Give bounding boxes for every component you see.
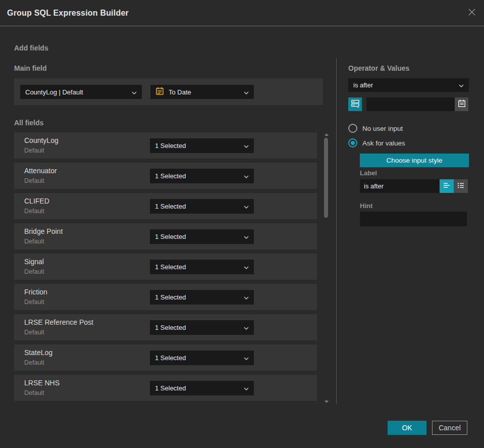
list-input-style-button[interactable] [454,179,468,193]
field-name: CLIFED [24,197,49,205]
hint-input[interactable] [360,212,467,226]
field-name: Bridge Point [24,227,63,235]
main-field-select[interactable]: CountyLog | Default [20,85,142,99]
radio-ask-for-values-label: Ask for values [362,139,405,147]
fields-scrollbar[interactable] [324,132,330,404]
radio-no-user-input-label: No user input [362,125,403,132]
field-row: Bridge Point Default 1 Selected [14,223,317,250]
chevron-down-icon [244,293,249,301]
field-values-select[interactable]: 1 Selected [150,169,254,183]
field-subtitle: Default [24,238,44,245]
group-sql-expression-builder-dialog: Group SQL Expression Builder Add fields … [0,0,484,448]
cancel-button[interactable]: Cancel [432,421,467,435]
field-select-value: 1 Selected [155,172,186,180]
field-select-value: 1 Selected [155,354,186,362]
field-select-value: 1 Selected [155,263,186,271]
radio-ask-for-values[interactable]: Ask for values [348,138,405,147]
unique-values-icon [351,99,360,110]
field-name: LRSE NHS [24,379,60,387]
scroll-up-arrow-icon[interactable] [325,133,329,136]
operator-values-heading: Operator & Values [348,64,409,72]
field-select-value: 1 Selected [155,142,186,150]
main-field-panel: CountyLog | Default To Date [14,78,323,105]
main-field-heading: Main field [14,64,47,72]
align-left-icon [443,181,451,191]
date-picker-button[interactable] [455,97,468,111]
field-subtitle: Default [24,268,44,275]
date-part-select-value: To Date [169,88,191,96]
field-subtitle: Default [24,177,44,184]
field-row: CLIFED Default 1 Selected [14,193,317,219]
field-select-value: 1 Selected [155,384,186,392]
field-name: Signal [24,258,44,266]
field-values-select[interactable]: 1 Selected [150,320,254,335]
field-select-value: 1 Selected [155,324,186,331]
main-field-select-value: CountyLog | Default [25,88,83,96]
field-subtitle: Default [24,359,44,366]
field-values-select[interactable]: 1 Selected [150,199,254,214]
field-values-select[interactable]: 1 Selected [150,351,254,365]
label-field-label: Label [360,169,377,177]
field-select-value: 1 Selected [155,233,186,240]
chevron-down-icon [244,384,249,392]
calendar-icon [458,99,466,110]
chevron-down-icon [244,263,249,271]
field-values-select[interactable]: 1 Selected [150,290,254,305]
field-subtitle: Default [24,208,44,215]
field-name: LRSE Reference Post [24,318,93,326]
all-fields-list: CountyLog Default 1 Selected Attenuator … [14,132,317,405]
radio-no-user-input[interactable]: No user input [348,124,403,133]
calendar-icon [155,87,164,97]
operator-select-value: is after [353,81,373,89]
all-fields-heading: All fields [14,119,43,127]
radio-circle-selected-icon [348,138,357,147]
date-part-select[interactable]: To Date [150,85,254,99]
single-line-input-style-button[interactable] [440,179,454,193]
value-input[interactable] [366,97,455,111]
field-values-select[interactable]: 1 Selected [150,381,254,395]
field-values-select[interactable]: 1 Selected [150,138,254,153]
field-select-value: 1 Selected [155,293,186,301]
chevron-down-icon [244,203,249,210]
hint-field-label: Hint [360,202,372,210]
chevron-down-icon [244,142,249,150]
bulleted-list-icon [457,181,465,191]
field-row: CountyLog Default 1 Selected [14,132,317,159]
field-values-select[interactable]: 1 Selected [150,260,254,274]
field-row: LRSE Reference Post Default 1 Selected [14,314,317,340]
field-subtitle: Default [24,298,44,306]
radio-circle-icon [348,124,357,133]
field-values-select[interactable]: 1 Selected [150,229,254,244]
scroll-down-arrow-icon[interactable] [325,401,329,403]
chevron-down-icon [132,88,137,96]
field-name: Friction [24,288,47,296]
chevron-down-icon [459,81,464,89]
field-subtitle: Default [24,147,44,154]
chevron-down-icon [244,88,249,96]
field-name: Attenuator [24,167,57,175]
field-subtitle: Default [24,329,44,336]
field-row: LRSE NHS Default 1 Selected [14,375,317,401]
field-name: StateLog [24,349,52,357]
field-select-value: 1 Selected [155,203,186,210]
choose-input-style-button[interactable]: Choose input style [360,154,469,167]
dialog-title: Group SQL Expression Builder [7,0,129,26]
scrollbar-thumb[interactable] [324,138,328,218]
chevron-down-icon [244,233,249,240]
field-row: StateLog Default 1 Selected [14,344,317,371]
vertical-divider [336,58,337,404]
field-subtitle: Default [24,389,44,396]
field-row: Attenuator Default 1 Selected [14,163,317,189]
chevron-down-icon [244,324,249,331]
ok-button[interactable]: OK [388,421,426,435]
chevron-down-icon [244,172,249,180]
unique-values-button[interactable] [348,97,362,111]
operator-select[interactable]: is after [348,78,469,92]
label-input[interactable] [360,179,440,193]
operator-values-panel: Operator & Values is after [348,0,469,448]
field-name: CountyLog [24,136,59,144]
chevron-down-icon [244,354,249,362]
field-row: Friction Default 1 Selected [14,284,317,310]
field-row: Signal Default 1 Selected [14,254,317,280]
add-fields-heading: Add fields [14,44,48,52]
